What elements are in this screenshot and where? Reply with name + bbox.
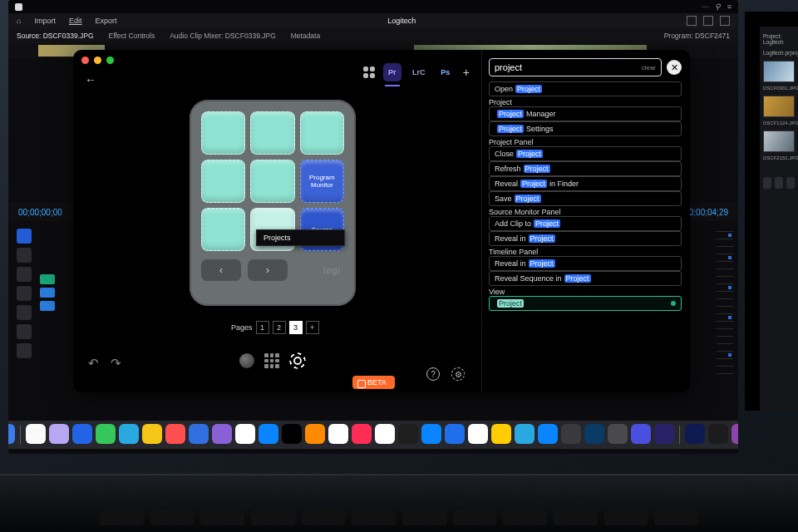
- dock-app-icon[interactable]: [328, 424, 348, 444]
- dock-app-icon[interactable]: [212, 424, 232, 444]
- search-result[interactable]: Reveal Sequence in Project: [489, 271, 682, 286]
- window-traffic-lights[interactable]: [81, 57, 114, 64]
- dock-app-icon[interactable]: [189, 424, 209, 444]
- page-2[interactable]: 2: [273, 321, 286, 334]
- tab-effect-controls[interactable]: Effect Controls: [109, 32, 155, 40]
- home-icon[interactable]: ⌂: [17, 17, 21, 25]
- tool-icon[interactable]: [17, 343, 32, 358]
- dock-app-icon[interactable]: [445, 424, 465, 444]
- close-icon[interactable]: [81, 57, 89, 64]
- tab-photoshop[interactable]: Ps: [436, 63, 455, 81]
- dock-app-icon[interactable]: [282, 424, 302, 444]
- tool-column[interactable]: [13, 224, 35, 362]
- dock-app-icon[interactable]: [259, 424, 278, 444]
- search-input[interactable]: [495, 62, 638, 72]
- dock-app-icon[interactable]: [538, 424, 558, 444]
- dock-app-icon[interactable]: [421, 424, 441, 444]
- audio-track-chip[interactable]: [40, 288, 55, 298]
- device-key[interactable]: [201, 160, 245, 203]
- dock-app-icon[interactable]: [631, 424, 651, 444]
- dock-app-icon[interactable]: [608, 424, 628, 444]
- view-mode-row[interactable]: [239, 352, 306, 369]
- back-button[interactable]: ←: [85, 73, 96, 86]
- search-result[interactable]: Save Project: [489, 191, 682, 206]
- all-apps-icon[interactable]: [363, 66, 375, 78]
- dock-app-icon[interactable]: [142, 424, 162, 444]
- device-key[interactable]: [201, 111, 245, 155]
- macos-dock[interactable]: [8, 421, 738, 449]
- beta-badge[interactable]: BETA: [352, 376, 395, 389]
- tab-metadata[interactable]: Metadata: [291, 32, 320, 40]
- dock-app-icon[interactable]: [398, 424, 418, 444]
- add-profile-button[interactable]: +: [463, 66, 470, 79]
- dock-app-icon[interactable]: [654, 424, 674, 444]
- apple-menu-icon[interactable]: [15, 3, 22, 11]
- dock-app-icon[interactable]: [26, 424, 46, 444]
- dock-app-icon[interactable]: [685, 424, 705, 444]
- left-footer-icons[interactable]: ? ⚙: [426, 367, 465, 381]
- search-result[interactable]: Open Project: [489, 81, 682, 96]
- nav-export[interactable]: Export: [95, 17, 116, 25]
- device-key[interactable]: Program Monitor: [300, 160, 344, 203]
- tool-icon[interactable]: [17, 324, 32, 339]
- dock-app-icon[interactable]: [375, 424, 395, 444]
- dock-app-icon[interactable]: [8, 424, 15, 444]
- topbar-right-icons[interactable]: [687, 16, 730, 26]
- search-result[interactable]: Add Clip to Project: [489, 216, 682, 231]
- undo-redo[interactable]: ↶ ↷: [88, 356, 121, 371]
- app-profile-tabs[interactable]: Pr LrC Ps +: [363, 63, 470, 81]
- nav-import[interactable]: Import: [34, 17, 56, 25]
- redo-icon[interactable]: ↷: [111, 356, 121, 371]
- device-key[interactable]: [250, 111, 294, 155]
- device-key[interactable]: [201, 208, 245, 251]
- page-3[interactable]: 3: [289, 321, 303, 334]
- settings-icon[interactable]: ⚙: [451, 367, 465, 381]
- dock-app-icon[interactable]: [732, 424, 738, 444]
- tool-icon[interactable]: [17, 286, 32, 301]
- tool-icon[interactable]: [17, 305, 32, 320]
- tool-icon[interactable]: [17, 248, 32, 263]
- page-selector[interactable]: Pages 1 2 3 +: [231, 321, 319, 334]
- help-icon[interactable]: ?: [426, 367, 440, 381]
- close-search-icon[interactable]: ✕: [667, 60, 682, 75]
- clear-button[interactable]: clear: [642, 64, 656, 71]
- dock-app-icon[interactable]: [352, 424, 372, 444]
- dock-app-icon[interactable]: [49, 424, 69, 444]
- search-result[interactable]: Reveal in Project: [489, 256, 682, 271]
- nav-edit[interactable]: Edit: [69, 17, 82, 25]
- menubar-right[interactable]: ⋯⚲≡: [694, 2, 732, 11]
- search-result[interactable]: Project: [489, 296, 682, 311]
- brightness-icon[interactable]: [289, 352, 306, 369]
- tab-audio-mixer[interactable]: Audio Clip Mixer: DSCF0339.JPG: [170, 32, 276, 40]
- dock-app-icon[interactable]: [72, 424, 92, 444]
- bin-thumb[interactable]: [763, 131, 795, 152]
- track-header-chips[interactable]: [40, 274, 55, 314]
- add-page-button[interactable]: +: [306, 321, 319, 334]
- bin-thumb[interactable]: [763, 96, 795, 117]
- dock-app-icon[interactable]: [468, 424, 488, 444]
- dock-app-icon[interactable]: [708, 424, 728, 444]
- audio-track-chip[interactable]: [40, 301, 55, 311]
- video-track-chip[interactable]: [40, 274, 55, 284]
- search-result[interactable]: Project Settings: [489, 121, 682, 136]
- program-panel-label[interactable]: Program: DSCF2471: [664, 32, 730, 40]
- device-key[interactable]: [300, 111, 344, 155]
- dock-app-icon[interactable]: [515, 424, 534, 444]
- macos-menubar[interactable]: ⋯⚲≡: [8, 0, 738, 13]
- search-result[interactable]: Reveal in Project: [489, 231, 682, 246]
- dock-app-icon[interactable]: [305, 424, 325, 444]
- search-result[interactable]: Close Project: [489, 146, 682, 161]
- dock-app-icon[interactable]: [235, 424, 255, 444]
- dock-app-icon[interactable]: [584, 424, 604, 444]
- dial-view-icon[interactable]: [239, 353, 254, 368]
- search-result[interactable]: Refresh Project: [489, 161, 682, 176]
- tab-premiere[interactable]: Pr: [383, 63, 401, 81]
- tab-lightroom-classic[interactable]: LrC: [410, 63, 428, 81]
- logi-options-window[interactable]: ← Pr LrC Ps + Program MonitorSource ‹ › …: [73, 50, 690, 392]
- search-box[interactable]: clear: [489, 58, 662, 76]
- grid-view-icon[interactable]: [264, 353, 279, 368]
- dock-app-icon[interactable]: [165, 424, 185, 444]
- device-prev-button[interactable]: ‹: [201, 259, 241, 281]
- search-result[interactable]: Project Manager: [489, 106, 682, 121]
- source-panel-label[interactable]: Source: DSCF0339.JPG: [17, 32, 94, 40]
